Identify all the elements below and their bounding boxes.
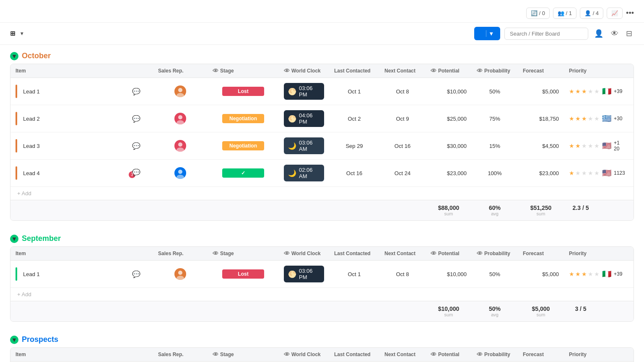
comment-cell[interactable]: 💬 <box>119 267 153 282</box>
summary-empty-5 <box>329 202 379 219</box>
eye-icon: 👁 <box>477 250 483 257</box>
lead-name-cell: Lead 4 <box>10 163 119 183</box>
col-header-5: Last Contacted <box>329 247 379 260</box>
summary-empty-0 <box>10 202 119 219</box>
comment-icon[interactable]: 💬 <box>132 270 140 278</box>
col-header-8: 👁Probability <box>472 64 518 78</box>
col-header-0: Item <box>10 64 119 78</box>
main-table-selector[interactable]: ⊞ ▾ <box>10 30 23 37</box>
eye-icon: 👁 <box>284 67 290 74</box>
comment-cell[interactable]: 💬3 <box>119 165 153 181</box>
stage-badge[interactable]: Lost <box>222 269 264 279</box>
forecast-value: $23,000 <box>539 170 559 176</box>
comment-icon[interactable]: 💬 <box>132 142 140 150</box>
group-bar <box>16 267 17 281</box>
add-row-button[interactable]: + Add <box>10 187 634 200</box>
star-rating[interactable]: ★★★★★ <box>569 170 600 176</box>
summary-priority: 3 / 5 <box>564 303 597 320</box>
group-collapse-btn[interactable]: ▼ <box>10 336 18 344</box>
stage-badge[interactable]: Negotiation <box>222 141 264 150</box>
col-header-3: 👁Stage <box>208 64 279 78</box>
clock-time: 03:06 PM <box>299 268 320 280</box>
stage-cell[interactable]: Lost <box>208 83 279 99</box>
forecast-sum: $51,250 <box>523 204 559 211</box>
star-rating[interactable]: ★★★★★ <box>569 271 600 277</box>
last-contacted-cell: Oct 16 <box>329 167 379 180</box>
lead-name-cell: Lead 1 <box>10 81 119 101</box>
probability-value: 75% <box>489 116 500 122</box>
col-header-9: Forecast <box>518 64 564 78</box>
summary-empty-4 <box>279 202 329 219</box>
user-filter-icon[interactable]: 👤 <box>592 27 605 40</box>
group-october: ▼ October ItemSales Rep.👁Stage👁World Clo… <box>10 52 634 221</box>
activity-log-btn[interactable]: 📈 <box>607 8 623 19</box>
users-btn[interactable]: 👤 / 4 <box>580 8 603 19</box>
stage-badge[interactable]: Lost <box>222 87 264 96</box>
summary-empty-3 <box>208 202 279 219</box>
star-rating[interactable]: ★★★★★ <box>569 88 600 95</box>
col-header-7: 👁Potential <box>426 247 472 260</box>
next-contact-date: Oct 8 <box>396 88 409 95</box>
table-prospects: ItemSales Rep.👁Stage👁World ClockLast Con… <box>10 347 634 362</box>
comment-cell[interactable]: 💬 <box>119 84 153 99</box>
potential-cell: $23,000 <box>426 167 472 180</box>
star-rating[interactable]: ★★★★★ <box>569 142 600 149</box>
eye-icon: 👁 <box>284 351 290 358</box>
svg-point-3 <box>177 120 184 124</box>
next-contact-date: Oct 24 <box>395 170 410 176</box>
group-bar <box>16 112 17 125</box>
group-bar <box>16 139 17 153</box>
eye-filter-icon[interactable]: 👁 <box>609 28 620 40</box>
stage-cell[interactable]: ✓ <box>208 165 279 181</box>
probability-value: 50% <box>489 88 500 95</box>
header: 🔄 / 0 👥 / 1 👤 / 4 📈 ••• ⊞ ▾ ▾ 👤 👁 <box>0 0 644 45</box>
world-clock: 🌕 03:06 PM <box>284 266 324 282</box>
team-btn[interactable]: 👥 / 1 <box>553 8 576 19</box>
comment-cell[interactable]: 💬 <box>119 111 153 126</box>
filter-icon[interactable]: ⊟ <box>624 27 634 40</box>
activity-btn[interactable]: 🔄 / 0 <box>526 8 550 19</box>
svg-point-2 <box>178 115 182 119</box>
stage-badge[interactable]: ✓ <box>222 168 264 178</box>
new-item-dropdown-arrow[interactable]: ▾ <box>486 30 493 37</box>
priority-rating-sum: 3 / 5 <box>569 305 592 312</box>
phone-number: +39 <box>614 88 622 94</box>
stage-cell[interactable]: Lost <box>208 266 279 282</box>
clock-time: 03:06 AM <box>299 140 320 152</box>
potential-value: $10,000 <box>447 88 467 95</box>
summary-forecast: $5,000sum <box>518 303 564 320</box>
comment-icon[interactable]: 💬 <box>132 88 140 96</box>
summary-potential: $88,000sum <box>426 202 472 219</box>
summary-row: $10,000sum50%avg$5,000sum3 / 5 <box>10 301 634 321</box>
comment-badge: 3 <box>129 171 135 178</box>
col-header-4: 👁World Clock <box>279 64 329 78</box>
forecast-cell: $18,750 <box>518 112 564 125</box>
comment-icon[interactable]: 💬3 <box>132 168 140 178</box>
col-header-1 <box>119 247 153 260</box>
stage-cell[interactable]: Negotiation <box>208 111 279 127</box>
comment-icon[interactable]: 💬 <box>132 115 140 123</box>
probability-cell: 100% <box>472 167 518 180</box>
phone-number: +1 20 <box>614 140 620 152</box>
stage-cell[interactable]: Negotiation <box>208 138 279 154</box>
phone-number: +30 <box>614 116 622 122</box>
eye-icon: 👁 <box>213 351 218 358</box>
col-header-1 <box>119 348 153 361</box>
eye-icon: 👁 <box>213 67 218 74</box>
stage-badge[interactable]: Negotiation <box>222 114 264 123</box>
col-header-3: 👁Stage <box>208 348 279 361</box>
search-input[interactable] <box>504 28 588 40</box>
lead-name: Lead 1 <box>23 271 40 277</box>
clock-emoji: 🌕 <box>288 270 296 278</box>
more-btn[interactable]: ••• <box>626 9 634 18</box>
star-rating[interactable]: ★★★★★ <box>569 115 600 122</box>
comment-cell[interactable]: 💬 <box>119 139 153 153</box>
flag-icon: 🇺🇸 <box>602 141 611 150</box>
new-item-button[interactable]: ▾ <box>474 27 500 40</box>
col-header-6: Next Contact <box>379 348 426 361</box>
table-row: Lead 3 💬 Negotiation 🌙 03:06 AM Sep 29Oc… <box>10 132 634 160</box>
group-collapse-btn[interactable]: ▼ <box>10 235 18 243</box>
add-row-button[interactable]: + Add <box>10 288 634 301</box>
group-collapse-btn[interactable]: ▼ <box>10 52 18 60</box>
column-headers: ItemSales Rep.👁Stage👁World ClockLast Con… <box>10 247 634 261</box>
